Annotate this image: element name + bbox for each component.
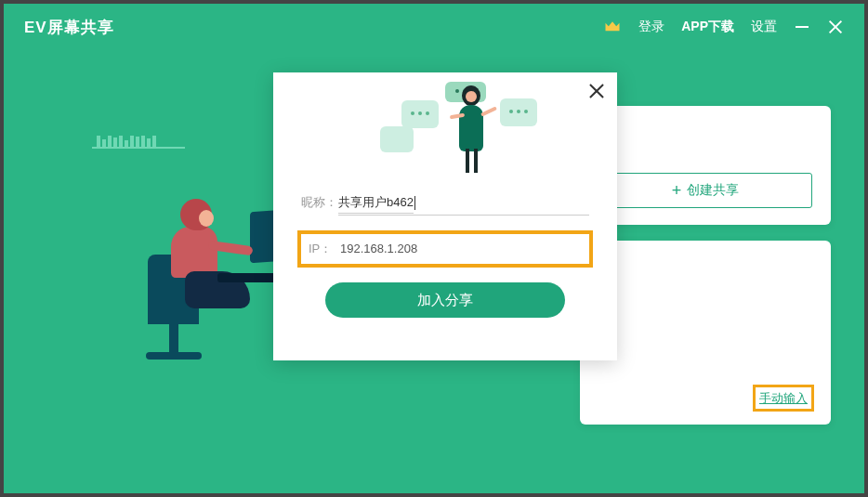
create-share-card: + 创建共享 [580, 106, 831, 225]
ip-input[interactable] [340, 238, 582, 260]
join-share-button[interactable]: 加入分享 [325, 282, 565, 318]
crown-icon[interactable] [603, 18, 622, 36]
manual-input-link[interactable]: 手动输入 [759, 391, 808, 405]
modal-body: 昵称： 共享用户b462 [273, 184, 617, 217]
nickname-input[interactable]: 共享用户b462 [338, 191, 414, 214]
join-share-card: 手动输入 [580, 241, 831, 425]
create-share-button[interactable]: + 创建共享 [598, 173, 812, 208]
close-window-button[interactable] [827, 19, 844, 35]
settings-link[interactable]: 设置 [751, 19, 777, 35]
main-content: + 创建共享 手动输入 [4, 50, 864, 493]
header-actions: 登录 APP下载 设置 [603, 18, 844, 36]
nickname-label: 昵称： [301, 194, 338, 211]
create-share-label: 创建共享 [687, 182, 739, 199]
plus-icon: + [672, 182, 682, 199]
close-icon[interactable] [587, 82, 606, 100]
app-window: EV屏幕共享 登录 APP下载 设置 [0, 0, 868, 497]
title-bar: EV屏幕共享 登录 APP下载 设置 [4, 4, 864, 50]
nickname-row: 昵称： 共享用户b462 [301, 188, 589, 217]
login-link[interactable]: 登录 [638, 19, 664, 35]
join-share-modal: 昵称： 共享用户b462 IP： 加入分享 [273, 72, 617, 360]
app-download-link[interactable]: APP下载 [681, 19, 734, 35]
ip-label: IP： [309, 241, 340, 257]
app-title: EV屏幕共享 [24, 17, 114, 38]
ip-field-highlight: IP： [297, 230, 593, 268]
person-at-desk-illustration [73, 106, 296, 366]
modal-illustration [273, 72, 617, 184]
manual-input-highlight: 手动输入 [753, 385, 814, 412]
minimize-button[interactable] [794, 19, 810, 35]
